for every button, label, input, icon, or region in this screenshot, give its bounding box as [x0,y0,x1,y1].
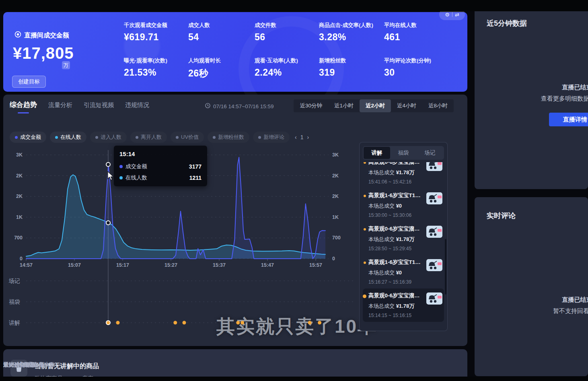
product-item[interactable]: 高景观1-6岁宝宝T1…本场总成交 ¥015:16:27 ~ 15:16:39 [363,255,444,288]
tooltip-row: 在线人数1211 [119,174,201,181]
top-black-bar [0,0,588,11]
legend-chip[interactable]: 在线人数 [50,132,86,143]
legend-dot-icon [95,136,98,139]
swap-icon[interactable]: ⇄ [455,12,459,18]
trend-tab[interactable]: 流量分析 [48,101,72,109]
metric-value: 30 [384,67,452,78]
range-button[interactable]: 近30分钟 [294,99,328,112]
primary-metric-label: 直播间成交金额 [24,31,69,40]
metric-label: 商品点击-成交率(人数) [319,22,384,29]
trend-tabs: 综合趋势流量分析引流短视频违规情况 [10,100,149,109]
explain-tab[interactable]: 福袋 [390,147,417,159]
summary-header-card: 直播间成交金额 ¥17,805 万 创建目标 千次观看成交金额¥619.71成交… [3,12,467,92]
create-goal-button[interactable]: 创建目标 [12,76,46,88]
legend-chip[interactable]: UV价值 [171,132,204,143]
time-range-group: 近30分钟近1小时近2小时近4小时近8小时 [294,99,454,112]
gmv-prefix: 本场总成交 [368,236,396,242]
unit-badge: 万 [62,61,70,69]
legend-chip[interactable]: 离开人数 [130,132,167,143]
metric-label: 平均评论次数(分钟) [384,57,452,64]
explain-tab[interactable]: 讲解 [364,147,390,159]
message-line2: 暂不支持回看评论 [517,307,588,315]
product-item[interactable]: 高景观0-6岁宝宝溜…本场总成交 ¥1.78万15:14:15 ~ 15:16:… [363,288,444,322]
legend-chip[interactable]: 新增粉丝数 [208,132,249,143]
metric-value: ¥619.71 [124,32,188,43]
message-line1: 直播已结束 [517,84,588,91]
product-time-range: 15:41:06 ~ 15:42:16 [368,179,442,185]
legend-label: 离开人数 [141,134,162,141]
message-line2: 查看更多明细数据分析，请 [517,95,588,103]
legend-chip[interactable]: 成交金额 [10,132,46,143]
svg-text:15:27: 15:27 [164,262,177,268]
metric-label: 平均在线人数 [384,22,452,29]
product-thumbnail [426,292,442,305]
svg-text:700: 700 [332,235,341,241]
svg-text:15:57: 15:57 [309,262,322,268]
metric-label: 新增粉丝数 [319,57,384,64]
legend-chip[interactable]: 新增评论 [253,132,290,143]
explain-panel: 讲解福袋场记 高景观0-6岁宝宝溜…本场总成交 ¥1.78万15:41:06 ~… [359,142,448,331]
clock-icon [205,103,210,109]
tooltip-series-value: 3177 [189,163,201,170]
metric-label: 成交件数 [255,22,319,29]
legend-dot-icon [213,136,216,139]
legend-row: 成交金额在线人数进入人数离开人数UV价值新增粉丝数新增评论‹1› [10,132,309,143]
gmv-amount: ¥0 [396,203,402,209]
chart-tooltip: 15:14 成交金额3177在线人数1211 [114,146,207,186]
product-item[interactable]: 高景观0-6岁宝宝溜…本场总成交 ¥1.78万15:28:50 ~ 15:29:… [363,222,444,255]
range-button[interactable]: 近4小时 [391,99,422,112]
metric-label: 千次观看成交金额 [124,22,188,29]
svg-text:2K: 2K [332,173,339,179]
svg-text:1K: 1K [16,214,23,220]
metrics-grid: 千次观看成交金额¥619.71成交人数54成交件数56商品点击-成交率(人数)3… [124,22,452,80]
page-prev-button[interactable]: ‹ [295,134,297,140]
explain-tab[interactable]: 场记 [417,147,443,159]
product-title: 高景观0-6岁宝宝溜… [368,292,429,299]
svg-text:0: 0 [332,256,335,262]
metric-label: 曝光-观看率(次数) [124,57,188,64]
bottom-black-bar [0,377,588,381]
trend-tab[interactable]: 违规情况 [125,101,149,109]
live-ended-message: 直播已结束 查看更多明细数据分析，请 [517,84,588,103]
range-button[interactable]: 近8小时 [422,99,454,112]
svg-text:3K: 3K [332,152,339,158]
tooltip-time: 15:14 [119,150,201,157]
legend-chip[interactable]: 进入人数 [90,132,127,143]
series-pagination: ‹1› [295,134,309,140]
live-detail-button[interactable]: 直播详情 [549,113,588,126]
svg-text:讲解: 讲解 [9,319,20,326]
header-metric: 平均在线人数461 [384,22,452,43]
header-metric: 商品点击-成交率(人数)3.28% [319,22,384,43]
product-thumbnail [426,162,442,171]
metric-value: 2.24% [255,67,319,78]
svg-text:14:57: 14:57 [20,262,33,268]
page-next-button[interactable]: › [307,134,309,140]
product-title: 高景观1-6岁宝宝T1… [368,259,429,266]
svg-text:700: 700 [14,235,23,241]
scrollbar[interactable] [445,239,446,295]
product-item[interactable]: 高景观0-6岁宝宝溜…本场总成交 ¥1.78万15:41:06 ~ 15:42:… [363,162,444,188]
gear-icon[interactable]: ⚙ [445,12,450,18]
explain-tabs: 讲解福袋场记 [363,146,444,160]
legend-label: UV价值 [181,134,199,141]
tooltip-series-dot-icon [119,165,123,168]
range-button[interactable]: 近1小时 [328,99,360,112]
metric-value: 461 [384,32,452,43]
svg-text:2K: 2K [332,194,339,199]
svg-text:15:37: 15:37 [213,262,226,268]
metric-label: 成交人数 [188,22,255,29]
range-button[interactable]: 近2小时 [360,99,391,112]
product-thumbnail [426,226,442,238]
product-time-range: 15:28:50 ~ 15:29:45 [368,246,442,251]
trend-tab[interactable]: 综合趋势 [10,100,37,109]
trend-tab[interactable]: 引流短视频 [84,101,114,109]
product-time-range: 15:14:15 ~ 15:16:15 [368,313,442,318]
gmv-amount: ¥0 [396,270,402,276]
header-metric: 新增粉丝数319 [319,57,384,80]
product-title: 高景观0-6岁宝宝溜… [368,225,429,233]
svg-text:2K: 2K [16,194,23,199]
gmv-prefix: 本场总成交 [368,203,396,209]
tooltip-series-label: 在线人数 [125,174,147,181]
product-time-range: 15:16:27 ~ 15:16:39 [368,279,442,285]
product-item[interactable]: 高景观1-6岁宝宝T1…本场总成交 ¥015:30:00 ~ 15:30:06 [363,188,444,222]
